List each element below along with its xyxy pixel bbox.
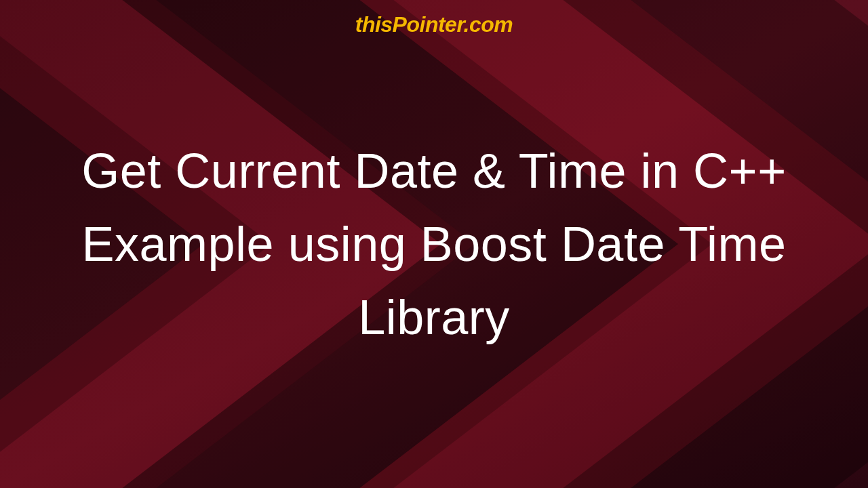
site-logo: thisPointer.com <box>355 12 513 37</box>
page-title: Get Current Date & Time in C++ Example u… <box>22 134 846 354</box>
logo-text-com: .com <box>464 12 513 37</box>
logo-text-pointer: Pointer <box>393 12 464 37</box>
logo-text-this: this <box>355 12 393 37</box>
